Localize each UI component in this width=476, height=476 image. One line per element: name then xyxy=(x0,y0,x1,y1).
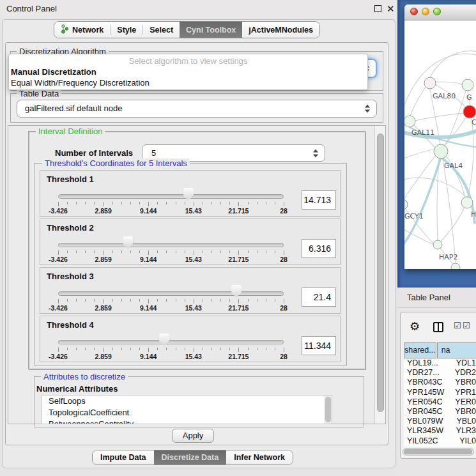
stepper-arrows-icon[interactable] xyxy=(365,104,371,114)
table-row[interactable]: YIL052CYIL0 xyxy=(404,436,476,446)
attributes-list-scrollbar[interactable] xyxy=(324,395,332,424)
tick-mark xyxy=(266,202,266,204)
gear-icon[interactable]: ⚙ xyxy=(410,320,420,333)
table-cell-shared-name: YBL079W xyxy=(404,417,452,426)
scrollbar-thumb[interactable] xyxy=(325,397,331,422)
float-window-icon[interactable] xyxy=(374,5,381,12)
network-node[interactable] xyxy=(451,263,460,269)
table-row[interactable]: YLR345WYLR3 xyxy=(404,426,476,436)
tab-label: Cyni Toolbox xyxy=(186,26,236,35)
slider-track[interactable] xyxy=(58,291,284,296)
dropdown-option-manual-discretization[interactable]: Manual Discretization xyxy=(11,67,96,77)
tick-label: 9.144 xyxy=(140,256,157,263)
tick-mark xyxy=(266,348,266,350)
table-row[interactable]: YER054CYER0 xyxy=(404,397,476,407)
slider-thumb[interactable] xyxy=(123,236,133,249)
scrollbar-thumb[interactable] xyxy=(377,134,384,412)
dropdown-option-equal-width-frequency[interactable]: Equal Width/Frequency Discretization xyxy=(11,78,150,88)
tick-label: 15.43 xyxy=(185,304,202,312)
table-row[interactable]: YBR043CYBR0 xyxy=(404,378,476,387)
tab-label: jActiveMNodules xyxy=(249,26,313,35)
tick-mark xyxy=(85,348,86,350)
slider-thumb[interactable] xyxy=(183,188,194,201)
tab-style[interactable]: Style xyxy=(111,22,142,38)
tick-mark xyxy=(139,348,140,350)
checkbox-icon[interactable]: ☑ xyxy=(454,321,461,330)
network-view-window: GAL80GCGAL11GAL4HGCY1HAP2 xyxy=(404,4,476,269)
tick-mark xyxy=(67,348,68,350)
tick-mark xyxy=(229,299,230,302)
table-row[interactable]: YDR27...YDR2 xyxy=(404,368,476,378)
top-tab-bar: NetworkStyleSelectCyni ToolboxjActiveMNo… xyxy=(54,21,320,38)
tab-label: Network xyxy=(72,26,104,35)
scrollbar-thumb[interactable] xyxy=(404,449,472,454)
threshold-value-field[interactable]: 11.344 xyxy=(302,336,336,355)
table-data-combo[interactable]: galFiltered.sif default node xyxy=(17,100,377,118)
tab-network[interactable]: Network xyxy=(54,22,110,38)
tick-mark xyxy=(284,250,284,255)
tick-label: 2.859 xyxy=(95,304,111,312)
minimize-traffic-light-icon[interactable] xyxy=(422,8,429,15)
table-row[interactable]: YBR045CYBR0 xyxy=(404,407,476,417)
columns-icon[interactable] xyxy=(433,322,443,332)
threshold-panel-3: Threshold 3-3.4262.8599.14415.4321.71528… xyxy=(40,267,341,314)
tick-mark xyxy=(238,202,239,206)
tick-label: 28 xyxy=(280,304,288,312)
network-node-gcy1[interactable] xyxy=(404,199,408,210)
tick-mark xyxy=(257,348,257,350)
network-node-gal11[interactable] xyxy=(404,116,415,127)
tick-mark xyxy=(148,348,149,352)
column-header-shared-name[interactable]: shared... xyxy=(404,342,436,358)
table-cell-name: YDR2 xyxy=(450,368,476,378)
threshold-value-field[interactable]: 14.713 xyxy=(302,190,336,210)
slider-thumb[interactable] xyxy=(159,334,169,346)
tab-impute-data[interactable]: Impute Data xyxy=(93,450,154,464)
tick-mark xyxy=(58,202,59,206)
stepper-arrows-icon[interactable] xyxy=(313,148,319,158)
tick-mark xyxy=(185,348,185,350)
network-node-hap2[interactable] xyxy=(433,240,442,249)
network-window-titlebar[interactable] xyxy=(404,4,476,20)
table-row[interactable]: YBL079WYBL0 xyxy=(404,417,476,426)
tick-label: 9.144 xyxy=(140,353,157,360)
tick-mark xyxy=(185,202,185,204)
table-data-combo-value: galFiltered.sif default node xyxy=(25,100,122,117)
table-cell-name: YBL0 xyxy=(452,417,476,426)
slider-tick-marks xyxy=(58,299,284,303)
slider-track[interactable] xyxy=(58,243,284,247)
tick-label: 21.715 xyxy=(228,256,249,263)
table-row[interactable]: YDL19...YDL1 xyxy=(404,358,476,368)
node-label: C xyxy=(472,118,476,127)
slider-tick-labels: -3.4262.8599.14415.4321.71528 xyxy=(58,256,284,264)
zoom-traffic-light-icon[interactable] xyxy=(433,8,441,15)
tab-cyni-toolbox[interactable]: Cyni Toolbox xyxy=(180,22,242,38)
network-node-h[interactable] xyxy=(461,197,473,208)
list-item[interactable]: BetweennessCentrality xyxy=(42,418,332,424)
apply-button[interactable]: Apply xyxy=(172,429,214,443)
tab-infer-network[interactable]: Infer Network xyxy=(226,450,293,464)
network-node-c[interactable] xyxy=(463,105,476,118)
threshold-value-field[interactable]: 21.4 xyxy=(302,288,336,307)
list-item[interactable]: SelfLoops xyxy=(42,395,332,407)
tab-select[interactable]: Select xyxy=(143,22,180,38)
column-header-name[interactable]: na xyxy=(437,342,476,358)
tab-jactivemnodules[interactable]: jActiveMNodules xyxy=(242,22,319,38)
tab-discretize-data[interactable]: Discretize Data xyxy=(154,450,227,464)
network-node-gal80[interactable] xyxy=(424,77,436,89)
tick-mark xyxy=(211,250,212,253)
table-horizontal-scrollbar[interactable] xyxy=(403,448,474,456)
threshold-value-field[interactable]: 6.316 xyxy=(302,239,336,258)
close-traffic-light-icon[interactable] xyxy=(410,8,418,15)
list-item[interactable]: TopologicalCoefficient xyxy=(42,407,332,418)
close-icon[interactable]: ✕ xyxy=(387,3,395,15)
tick-label: -3.426 xyxy=(49,256,68,263)
network-node-g[interactable] xyxy=(462,79,473,91)
checkbox-icon[interactable]: ☑ xyxy=(463,321,470,330)
slider-track[interactable] xyxy=(58,340,284,344)
network-canvas[interactable]: GAL80GCGAL11GAL4HGCY1HAP2 xyxy=(404,20,476,269)
slider-track[interactable] xyxy=(58,194,284,199)
settings-vertical-scrollbar[interactable] xyxy=(374,126,385,424)
network-node-gal4[interactable] xyxy=(434,144,448,158)
slider-thumb[interactable] xyxy=(231,285,242,298)
table-row[interactable]: YPR145WYPR1 xyxy=(404,388,476,397)
